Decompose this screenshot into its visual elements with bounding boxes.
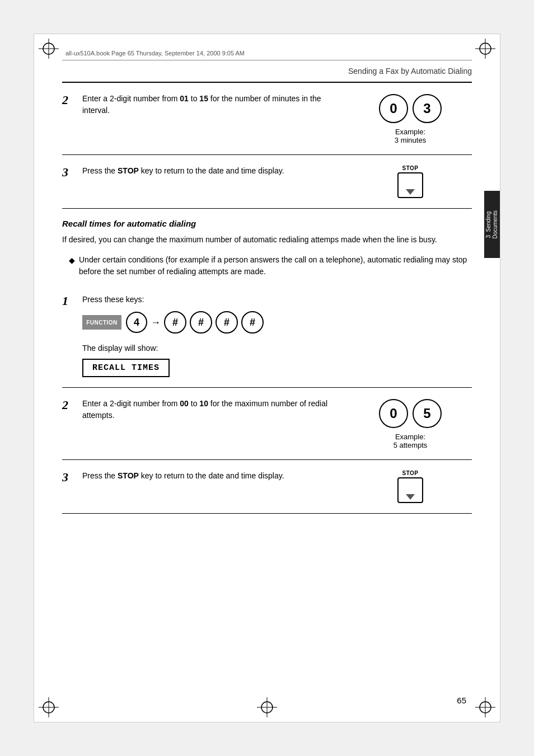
- step-number-2a: 2: [62, 93, 82, 107]
- section2-body: If desired, you can change the maximum n…: [62, 234, 472, 246]
- stop-key-body-3b: [397, 477, 423, 503]
- keys-row-2b: 0 5: [378, 398, 443, 429]
- stop-key-3b: STOP: [397, 470, 423, 503]
- hash-key-4: #: [241, 311, 264, 334]
- corner-br: [475, 697, 495, 717]
- main-content: 2 Enter a 2-digit number from 01 to 15 f…: [62, 82, 472, 694]
- step-2-section1: 2 Enter a 2-digit number from 01 to 15 f…: [62, 83, 472, 155]
- hash-key-1: #: [164, 311, 186, 334]
- step-1-section2: 1 Press these keys: FUNCTION 4 → # # # #…: [62, 284, 472, 387]
- step-number-3b: 3: [62, 470, 82, 485]
- example-2a: Example: 3 minutes: [395, 128, 426, 144]
- corner-bc: [257, 697, 277, 717]
- example-value-2a: 3 minutes: [395, 136, 426, 144]
- step-visual-3a: STOP: [349, 165, 472, 198]
- step-visual-2a: 0 3 Example: 3 minutes: [349, 93, 472, 144]
- bullet-item-1: ◆ Under certain conditions (for example …: [62, 251, 472, 284]
- keys-row-2a: 0 3: [378, 93, 443, 124]
- example-value-2b: 5 attempts: [394, 441, 428, 449]
- corner-tl: [39, 39, 59, 59]
- keys-sequence-1b: FUNCTION 4 → # # # #: [82, 310, 472, 335]
- step-text-3a: Press the STOP key to return to the date…: [82, 165, 349, 177]
- step-2-section2: 2 Enter a 2-digit number from 00 to 10 f…: [62, 388, 472, 460]
- header-rule: [62, 60, 472, 60]
- key-0b-circle: 0: [379, 399, 408, 428]
- stop-key-body-3a: [397, 172, 423, 198]
- step-number-1b: 1: [62, 294, 82, 308]
- step-text-2b: Enter a 2-digit number from 00 to 10 for…: [82, 398, 349, 421]
- hash-key-3: #: [216, 311, 238, 334]
- step-3-section2: 3 Press the STOP key to return to the da…: [62, 460, 472, 514]
- step-text-3b: Press the STOP key to return to the date…: [82, 470, 349, 482]
- step-1b-display-label: The display will show:: [82, 342, 472, 354]
- hash-key-2: #: [190, 311, 212, 334]
- example-label-2a: Example:: [395, 128, 425, 136]
- step-text-2a: Enter a 2-digit number from 01 to 15 for…: [82, 93, 349, 116]
- key-3-circle: 3: [413, 94, 442, 123]
- step-1b-left: Press these keys: FUNCTION 4 → # # # # T…: [82, 294, 472, 377]
- stop-key-3a: STOP: [397, 165, 423, 198]
- side-tab: 3 SendingDocuments: [484, 191, 500, 258]
- page-title: Sending a Fax by Automatic Dialing: [348, 67, 472, 76]
- key-5-circle: 5: [413, 399, 442, 428]
- header-text: all-ux510A.book Page 65 Thursday, Septem…: [65, 50, 245, 57]
- section2-heading: Recall times for automatic dialing: [62, 209, 472, 234]
- step-3-section1: 3 Press the STOP key to return to the da…: [62, 155, 472, 209]
- arrow-right-1: →: [151, 317, 161, 328]
- bullet-text: Under certain conditions (for example if…: [79, 254, 472, 278]
- step-visual-3b: STOP: [349, 470, 472, 503]
- paper: all-ux510A.book Page 65 Thursday, Septem…: [34, 34, 500, 722]
- step-number-3a: 3: [62, 165, 82, 180]
- stop-label-3b: STOP: [402, 470, 418, 476]
- bullet-diamond: ◆: [69, 254, 79, 267]
- step-number-2b: 2: [62, 398, 82, 412]
- corner-tr: [475, 39, 495, 59]
- side-tab-text: 3 SendingDocuments: [485, 210, 499, 239]
- function-key: FUNCTION: [82, 315, 121, 330]
- corner-bl: [39, 697, 59, 717]
- example-2b: Example: 5 attempts: [394, 433, 428, 449]
- key-0-circle: 0: [379, 94, 408, 123]
- page-number: 65: [457, 696, 466, 705]
- example-label-2b: Example:: [395, 433, 425, 441]
- stop-label-3a: STOP: [402, 165, 418, 171]
- page: all-ux510A.book Page 65 Thursday, Septem…: [0, 0, 534, 756]
- step-visual-2b: 0 5 Example: 5 attempts: [349, 398, 472, 449]
- step-1b-press: Press these keys:: [82, 294, 472, 306]
- display-box: RECALL TIMES: [82, 359, 170, 377]
- key-4-circle: 4: [126, 312, 147, 333]
